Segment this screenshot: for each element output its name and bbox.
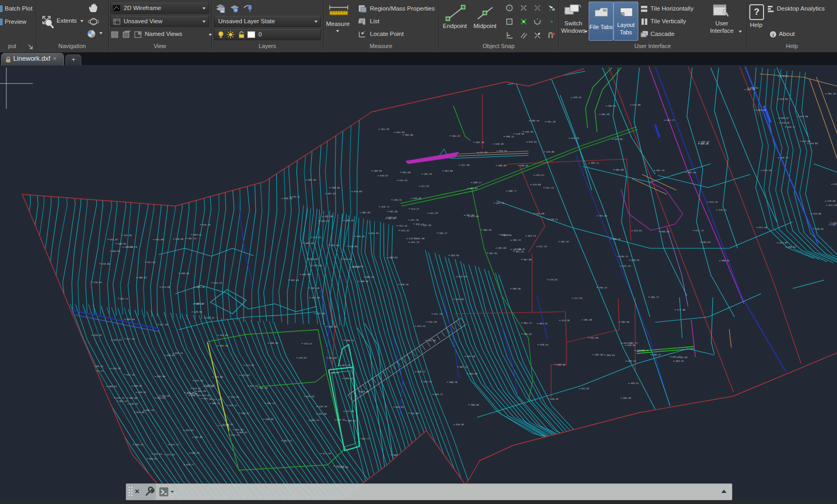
visual-style-dropdown-icon[interactable] (202, 7, 206, 10)
osnap-tangent-icon[interactable] (533, 17, 542, 26)
locate-point-button[interactable]: Locate Point (370, 30, 404, 38)
command-prompt-icon[interactable] (159, 487, 169, 497)
measure-dropdown-icon[interactable] (336, 30, 339, 32)
tile-vertically-button[interactable]: Tile Vertically (650, 17, 686, 25)
svg-text:402.39: 402.39 (100, 464, 108, 467)
svg-text:385.33: 385.33 (55, 470, 64, 472)
command-history-up-icon[interactable] (721, 490, 727, 493)
endpoint-button[interactable]: Endpoint (443, 22, 467, 30)
svg-text:398.58: 398.58 (305, 242, 313, 245)
osnap-near-icon[interactable] (547, 3, 556, 13)
zoom-extents-button[interactable]: Extents (57, 17, 77, 24)
switch-windows-dropdown-icon[interactable] (584, 31, 588, 33)
region-mass-button[interactable]: Region/Mass Properties (370, 5, 435, 12)
svg-text:424.76: 424.76 (710, 201, 718, 203)
cad-polyline (239, 203, 253, 285)
document-tab[interactable]: Linework.dxf × (1, 53, 64, 66)
extents-dropdown-icon[interactable] (80, 20, 83, 22)
view-cube-icon[interactable] (110, 30, 120, 39)
layer-state-dropdown-icon[interactable] (314, 21, 318, 23)
wheel-dropdown-icon[interactable] (99, 32, 103, 34)
new-tab-button[interactable]: + (66, 54, 81, 66)
cad-polyline (353, 324, 466, 402)
svg-text:462.12: 462.12 (460, 366, 468, 368)
command-line-bar[interactable]: × (126, 483, 732, 500)
batch-plot-button[interactable]: Batch Plot (5, 5, 32, 12)
tab-close-icon[interactable]: × (53, 55, 57, 62)
layer-dropdown-icon[interactable] (209, 34, 212, 36)
list-button[interactable]: List (370, 17, 379, 25)
osnap-square-icon[interactable] (505, 17, 514, 26)
panel-launcher-icon[interactable] (28, 44, 33, 50)
svg-text:417.34: 417.34 (126, 338, 135, 340)
named-views-button[interactable]: Named Views (145, 30, 182, 38)
layout-tabs-button[interactable]: Layout Tabs (613, 2, 638, 41)
layer-lock-icon[interactable] (238, 31, 246, 39)
layer-on-bulb-icon[interactable] (217, 31, 225, 39)
layer-freeze-sun-icon[interactable] (227, 31, 235, 39)
svg-text:419.86: 419.86 (827, 200, 836, 202)
layer-settings-icon[interactable] (229, 3, 240, 14)
layer-combo[interactable]: 0 (214, 29, 321, 40)
visual-style-combo[interactable]: 2D Wireframe (110, 3, 209, 14)
osnap-dot-icon[interactable] (547, 17, 556, 26)
svg-text:458.44: 458.44 (540, 343, 548, 346)
cad-polyline (159, 248, 254, 256)
user-interface-dropdown-icon[interactable] (739, 31, 742, 33)
named-views-icon[interactable] (134, 30, 143, 39)
customize-wrench-icon[interactable] (144, 487, 155, 497)
svg-text:401.60: 401.60 (416, 237, 425, 240)
orbit-icon[interactable] (88, 16, 99, 27)
svg-text:401.04: 401.04 (308, 179, 317, 181)
osnap-parallel-icon[interactable] (519, 31, 528, 40)
svg-text:401.00: 401.00 (155, 238, 164, 241)
pan-hand-icon[interactable] (88, 3, 99, 13)
about-button[interactable]: About (779, 30, 795, 38)
drag-grip-icon[interactable] (128, 486, 133, 498)
osnap-xbox-icon[interactable] (519, 17, 528, 26)
switch-windows-button[interactable]: Switch (562, 20, 585, 27)
cad-polyline (506, 69, 584, 82)
zoom-extents-icon[interactable] (38, 12, 55, 31)
svg-text:395.10: 395.10 (827, 92, 836, 95)
svg-text:454.65: 454.65 (528, 141, 537, 143)
svg-text:470.11: 470.11 (292, 195, 300, 198)
help-button[interactable]: Help (748, 21, 764, 29)
svg-text:407.02: 407.02 (328, 192, 336, 195)
svg-text:468.96: 468.96 (360, 280, 369, 283)
measure-button[interactable]: Measure (326, 20, 350, 27)
osnap-insert-icon[interactable] (547, 31, 556, 40)
desktop-analytics-button[interactable]: Desktop Analytics (777, 5, 825, 12)
steering-wheel-icon[interactable] (86, 29, 98, 39)
osnap-circle-icon[interactable] (505, 3, 514, 13)
osnap-perp-icon[interactable] (505, 31, 514, 40)
cascade-button[interactable]: Cascade (650, 30, 674, 38)
view-combo[interactable]: Unsaved View (110, 16, 209, 27)
layer-state-combo[interactable]: Unsaved Layer State (214, 16, 321, 27)
layer-properties-icon[interactable] (215, 3, 227, 14)
layer-isolate-icon[interactable] (243, 3, 254, 14)
view-cube2-icon[interactable] (122, 30, 132, 39)
view-dropdown-icon[interactable] (202, 21, 206, 23)
command-bar-grip[interactable]: × (126, 484, 156, 500)
svg-text:445.63: 445.63 (306, 395, 314, 398)
midpoint-button[interactable]: Midpoint (473, 22, 496, 30)
drawing-canvas[interactable]: 430.83444.55391.95447.09454.84419.88390.… (0, 65, 837, 504)
svg-text:404.37: 404.37 (599, 286, 608, 289)
osnap-x2-icon[interactable] (533, 3, 542, 13)
tile-horizontally-button[interactable]: Tile Horizontally (650, 5, 693, 12)
osnap-x-icon[interactable] (519, 3, 528, 13)
svg-text:383.33: 383.33 (675, 360, 684, 362)
user-interface-button[interactable]: User (710, 20, 733, 27)
command-close-icon[interactable]: × (135, 487, 140, 496)
osnap-nearx-icon[interactable] (533, 31, 542, 40)
cad-polyline (401, 127, 637, 203)
command-input[interactable] (172, 485, 717, 500)
svg-text:406.67: 406.67 (653, 353, 662, 356)
layer-color-swatch[interactable] (247, 31, 255, 38)
svg-text:429.95: 429.95 (194, 311, 202, 313)
svg-text:401.66: 401.66 (389, 210, 398, 213)
file-tabs-button[interactable]: File Tabs (589, 2, 613, 41)
preview-button[interactable]: Preview (5, 18, 26, 25)
svg-text:403.23: 403.23 (528, 235, 536, 237)
